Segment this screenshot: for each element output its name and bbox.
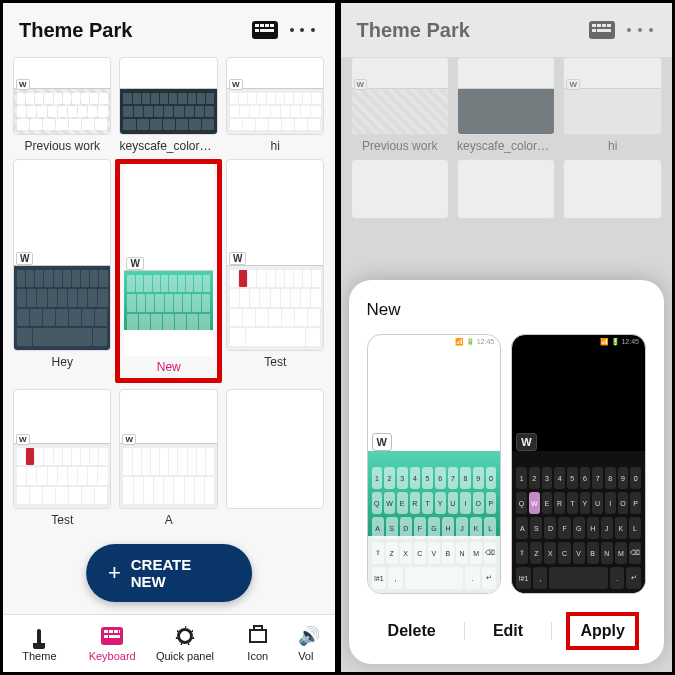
theme-label: New [124,360,212,374]
divider [464,622,465,640]
volume-icon: 🔊 [298,625,320,647]
status-bar: 📶 🔋 12:45 [368,335,501,349]
tab-volume[interactable]: 🔊 Vol [294,625,334,662]
gift-icon [247,625,269,647]
theme-tile: W Previous work [347,57,453,153]
theme-grid-dimmed: W Previous work keyscafe_color_preset W … [341,57,673,225]
theme-tile[interactable]: keyscafe_color_preset [115,57,221,153]
theme-tile [347,159,453,219]
theme-label: Previous work [351,139,449,153]
fab-label: CREATE NEW [131,556,230,590]
theme-label: A [119,513,217,527]
status-bar: 📶 🔋 12:45 [512,335,645,349]
sheet-title: New [367,300,647,320]
theme-previews: 📶 🔋 12:45 W 1234567890 QWERTYUIOP ASDFGH… [367,334,647,594]
sheet-actions: Delete Edit Apply [367,612,647,650]
apply-button[interactable]: Apply [566,612,638,650]
theme-grid: W Previous work keyscafe_color_preset W … [3,57,335,533]
theme-label: Test [13,513,111,527]
theme-tile[interactable] [222,389,328,527]
preview-light[interactable]: 📶 🔋 12:45 W 1234567890 QWERTYUIOP ASDFGH… [367,334,502,594]
theme-tile[interactable]: W Hey [9,159,115,383]
theme-tile[interactable]: W A [115,389,221,527]
theme-label: Previous work [13,139,111,153]
page-title: Theme Park [357,19,581,42]
theme-label: hi [226,139,324,153]
page-title: Theme Park [19,19,243,42]
theme-list-screen: Theme Park W Previous work keyscafe_colo… [0,0,338,675]
more-options-icon[interactable] [287,18,319,42]
app-header: Theme Park [3,3,335,57]
delete-button[interactable]: Delete [374,612,450,650]
brush-icon [28,625,50,647]
more-options-icon[interactable] [624,18,656,42]
theme-tile[interactable]: W hi [222,57,328,153]
theme-detail-screen: Theme Park W Previous work keyscafe_colo… [338,0,676,675]
keyboard-toggle-icon[interactable] [249,18,281,42]
theme-action-sheet: New 📶 🔋 12:45 W 1234567890 QWERTYUIOP AS… [349,280,665,664]
tab-quick-panel[interactable]: Quick panel [149,625,222,662]
theme-label: keyscafe_color_preset [457,139,555,153]
theme-tile-selected[interactable]: W New [115,159,221,383]
keyboard-icon [101,625,123,647]
key-preview-popup: W [372,433,392,451]
theme-tile[interactable]: W Test [222,159,328,383]
theme-tile[interactable]: W Previous work [9,57,115,153]
theme-label: Test [226,355,324,369]
theme-tile: keyscafe_color_preset [453,57,559,153]
theme-tile [559,159,665,219]
key-preview-popup: W [516,433,536,451]
edit-button[interactable]: Edit [479,612,537,650]
theme-tile[interactable]: W Test [9,389,115,527]
plus-icon: + [108,566,121,579]
theme-tile: W hi [559,57,665,153]
bottom-tab-bar: Theme Keyboard Quick panel Icon 🔊 Vol [3,614,335,672]
app-header: Theme Park [341,3,673,57]
create-new-button[interactable]: + CREATE NEW [86,544,252,602]
theme-label: Hey [13,355,111,369]
theme-label: hi [563,139,661,153]
gear-icon [174,625,196,647]
theme-tile [453,159,559,219]
tab-theme[interactable]: Theme [3,625,76,662]
divider [551,622,552,640]
tab-keyboard[interactable]: Keyboard [76,625,149,662]
keyboard-toggle-icon[interactable] [586,18,618,42]
theme-label: keyscafe_color_preset [119,139,217,153]
tab-icon[interactable]: Icon [221,625,294,662]
preview-dark[interactable]: 📶 🔋 12:45 W 1234567890 QWERTYUIOP ASDFGH… [511,334,646,594]
